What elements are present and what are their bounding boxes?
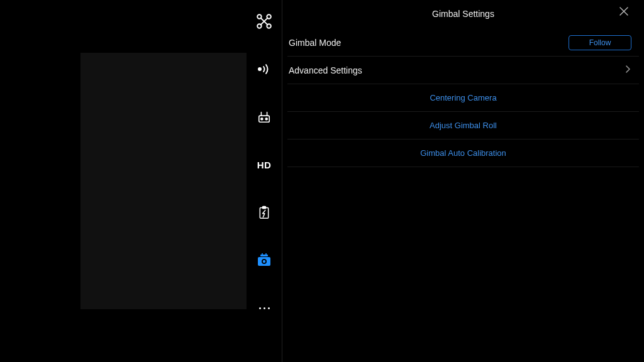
video-preview (80, 53, 247, 309)
remote-controller-icon (257, 110, 271, 124)
panel-header: Gimbal Settings (282, 3, 644, 25)
action-gimbal-auto-calibration[interactable]: Gimbal Auto Calibration (287, 140, 639, 167)
svg-point-8 (261, 118, 263, 120)
signal-icon (257, 63, 272, 75)
sidebar-item-battery[interactable] (247, 204, 282, 221)
svg-rect-12 (260, 208, 268, 219)
hd-icon: HD (257, 160, 272, 170)
svg-rect-17 (260, 255, 268, 256)
close-icon (619, 6, 629, 19)
centering-camera-label: Centering Camera (430, 93, 496, 102)
gimbal-camera-icon (257, 253, 272, 267)
sidebar-item-remote[interactable] (247, 108, 282, 126)
svg-point-9 (265, 118, 267, 120)
settings-sidebar: HD (247, 0, 282, 362)
sidebar-item-gimbal[interactable] (247, 251, 282, 269)
app-root: HD (0, 0, 644, 362)
svg-point-6 (258, 67, 262, 71)
sidebar-item-hd[interactable]: HD (247, 156, 282, 173)
chevron-right-icon (625, 65, 631, 76)
sidebar-item-signal[interactable] (247, 60, 282, 78)
svg-rect-13 (263, 206, 266, 208)
svg-point-16 (263, 260, 265, 263)
panel-title: Gimbal Settings (432, 9, 494, 19)
action-centering-camera[interactable]: Centering Camera (287, 84, 639, 112)
sidebar-item-more[interactable] (247, 299, 282, 317)
more-icon (259, 307, 270, 309)
adjust-gimbal-roll-label: Adjust Gimbal Roll (430, 121, 497, 130)
gimbal-auto-calibration-label: Gimbal Auto Calibration (420, 148, 506, 158)
settings-panel: Gimbal Settings Gimbal Mode Follow Advan… (282, 0, 644, 362)
advanced-settings-label: Advanced Settings (289, 65, 362, 75)
clipboard-icon (258, 206, 270, 219)
sidebar-item-aircraft[interactable] (247, 13, 282, 30)
gimbal-mode-value: Follow (589, 38, 611, 47)
action-adjust-gimbal-roll[interactable]: Adjust Gimbal Roll (287, 112, 639, 140)
row-gimbal-mode: Gimbal Mode Follow (287, 29, 639, 57)
row-advanced-settings[interactable]: Advanced Settings (287, 57, 639, 84)
drone-icon (256, 13, 272, 30)
close-button[interactable] (616, 5, 631, 20)
settings-list: Gimbal Mode Follow Advanced Settings Cen… (282, 25, 644, 167)
gimbal-mode-label: Gimbal Mode (289, 38, 341, 48)
gimbal-mode-selector[interactable]: Follow (569, 35, 631, 50)
